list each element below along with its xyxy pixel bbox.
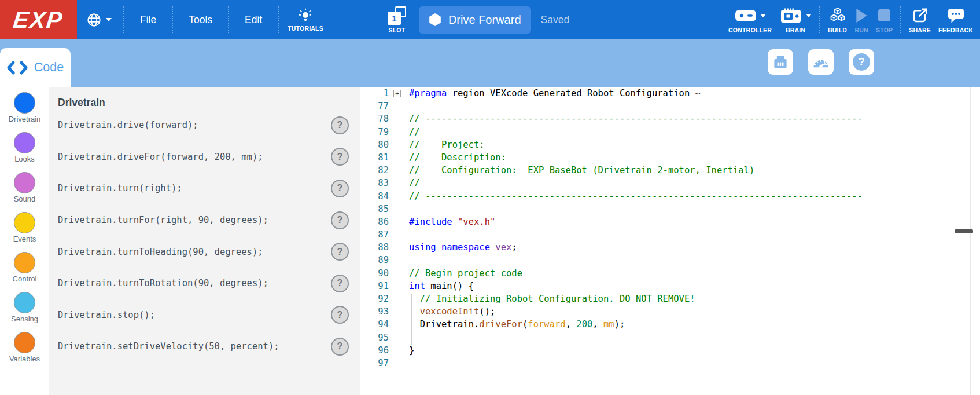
console-print-button[interactable] xyxy=(768,49,793,75)
globe-icon xyxy=(86,12,102,28)
sidebar-item-sound[interactable]: Sound xyxy=(9,172,41,203)
line-number: 1 xyxy=(360,87,389,100)
build-label: BUILD xyxy=(828,27,847,34)
command-text: Drivetrain.stop(); xyxy=(58,310,155,320)
slot-button[interactable]: 1 SLOT xyxy=(388,6,406,34)
category-circle-icon[interactable] xyxy=(14,332,35,353)
menu-file[interactable]: File xyxy=(124,14,172,26)
command-row[interactable]: Drivetrain.turnToHeading(90, degrees);? xyxy=(49,236,360,268)
fold-column xyxy=(389,138,406,151)
command-row[interactable]: Drivetrain.turnFor(right, 90, degrees);? xyxy=(49,204,360,236)
language-menu-button[interactable] xyxy=(86,12,112,28)
code-line-97: 97 xyxy=(360,357,980,370)
toolbar-right-group: CONTROLLER BRAIN xyxy=(728,6,980,34)
indent-guide xyxy=(411,294,412,345)
fold-expand-icon[interactable]: + xyxy=(393,90,401,97)
feedback-button[interactable]: FEEDBACK xyxy=(938,6,973,34)
code-text: using namespace vex; xyxy=(406,241,517,254)
fold-column xyxy=(389,126,406,138)
stop-square-icon xyxy=(878,9,890,21)
sidebar-item-control[interactable]: Control xyxy=(9,252,41,283)
command-help-button[interactable]: ? xyxy=(331,116,349,134)
code-line-83: 83// xyxy=(360,177,980,189)
monitor-gauge-button[interactable] xyxy=(808,49,834,75)
project-name-button[interactable]: Drive Forward xyxy=(419,6,531,34)
tab-code[interactable]: Code xyxy=(0,48,71,87)
main-content: DrivetrainLooksSoundEventsControlSensing… xyxy=(0,87,980,395)
category-circle-icon[interactable] xyxy=(14,92,35,114)
command-text: Drivetrain.turnFor(right, 90, degrees); xyxy=(58,215,268,225)
command-help-button[interactable]: ? xyxy=(331,275,349,292)
panel-heading: Drivetrain xyxy=(58,97,360,109)
stop-button[interactable]: STOP xyxy=(876,6,893,34)
band-buttons: ? xyxy=(768,49,874,75)
sidebar-item-looks[interactable]: Looks xyxy=(9,132,41,163)
code-text xyxy=(406,357,409,370)
top-toolbar: EXP File Tools Edit TUTORIALS 1 SLOT xyxy=(0,0,980,39)
command-row[interactable]: Drivetrain.drive(forward);? xyxy=(49,109,360,141)
toolbar-divider xyxy=(278,6,279,33)
fold-column xyxy=(389,228,406,241)
build-cubes-icon xyxy=(828,7,847,24)
printer-console-icon xyxy=(772,53,789,71)
category-list: DrivetrainLooksSoundEventsControlSensing… xyxy=(9,92,41,372)
code-text: } xyxy=(406,344,414,357)
command-row[interactable]: Drivetrain.turn(right);? xyxy=(49,173,360,204)
help-button[interactable]: ? xyxy=(849,49,874,75)
code-line-78: 78// -----------------------------------… xyxy=(360,112,980,125)
code-text: // Configuration: EXP BaseBot (Drivetrai… xyxy=(406,164,754,177)
category-circle-icon[interactable] xyxy=(14,252,35,273)
category-circle-icon[interactable] xyxy=(14,292,35,313)
command-help-button[interactable]: ? xyxy=(331,243,349,261)
sidebar-item-events[interactable]: Events xyxy=(9,212,41,243)
command-row[interactable]: Drivetrain.stop();? xyxy=(49,299,360,331)
sidebar-item-drivetrain[interactable]: Drivetrain xyxy=(9,92,41,123)
command-row[interactable]: Drivetrain.driveFor(forward, 200, mm);? xyxy=(49,141,360,173)
code-line-81: 81// Description: xyxy=(360,151,980,164)
share-button[interactable]: SHARE xyxy=(909,6,931,34)
category-label: Control xyxy=(13,275,37,283)
fold-column xyxy=(389,254,406,266)
category-circle-icon[interactable] xyxy=(14,132,35,153)
fold-column xyxy=(389,112,406,125)
sidebar-item-variables[interactable]: Variables xyxy=(9,332,41,363)
code-text xyxy=(406,254,409,266)
code-line-90: 90// Begin project code xyxy=(360,267,980,280)
code-text: // Initializing Robot Configuration. DO … xyxy=(406,292,695,305)
command-text: Drivetrain.driveFor(forward, 200, mm); xyxy=(58,152,263,162)
command-help-button[interactable]: ? xyxy=(331,148,349,166)
command-help-button[interactable]: ? xyxy=(331,338,349,356)
slot-number: 1 xyxy=(388,12,401,25)
code-text xyxy=(406,100,409,112)
code-editor[interactable]: 1+#pragma region VEXcode Generated Robot… xyxy=(360,87,980,395)
category-circle-icon[interactable] xyxy=(14,212,35,233)
controller-button[interactable]: CONTROLLER xyxy=(728,6,772,34)
lightbulb-icon xyxy=(298,8,313,23)
fold-column xyxy=(389,357,406,370)
category-label: Sensing xyxy=(11,314,38,323)
run-button[interactable]: RUN xyxy=(854,6,868,34)
tutorials-button[interactable]: TUTORIALS xyxy=(288,8,323,32)
code-line-87: 87 xyxy=(360,228,980,241)
command-row[interactable]: Drivetrain.setDriveVelocity(50, percent)… xyxy=(49,331,360,363)
chevron-down-icon xyxy=(806,14,812,17)
category-circle-icon[interactable] xyxy=(14,172,35,193)
line-number: 83 xyxy=(360,177,389,189)
command-panel: Drivetrain Drivetrain.drive(forward);?Dr… xyxy=(49,87,360,395)
code-text: // Project: xyxy=(406,138,485,151)
chevron-down-icon xyxy=(760,14,766,17)
menu-edit[interactable]: Edit xyxy=(229,14,278,26)
line-number: 86 xyxy=(360,215,389,228)
command-help-button[interactable]: ? xyxy=(331,306,349,324)
menu-tools[interactable]: Tools xyxy=(173,14,228,26)
command-help-button[interactable]: ? xyxy=(331,180,349,198)
brain-button[interactable]: BRAIN xyxy=(779,6,812,34)
build-button[interactable]: BUILD xyxy=(828,6,847,34)
logo-text: EXP xyxy=(12,7,65,33)
project-name: Drive Forward xyxy=(448,13,521,27)
command-text: Drivetrain.turnToRotation(90, degrees); xyxy=(58,278,268,288)
sidebar-item-sensing[interactable]: Sensing xyxy=(9,292,41,323)
line-number: 79 xyxy=(360,126,389,138)
command-row[interactable]: Drivetrain.turnToRotation(90, degrees);? xyxy=(49,268,360,299)
command-help-button[interactable]: ? xyxy=(331,211,349,229)
